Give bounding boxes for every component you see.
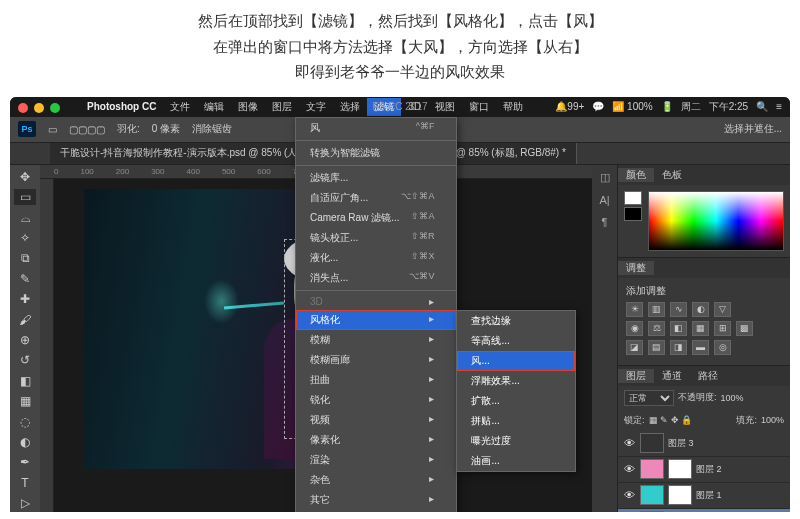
type-tool-icon[interactable]: T (14, 475, 36, 491)
menu-help[interactable]: 帮助 (496, 98, 530, 116)
eraser-tool-icon[interactable]: ◧ (14, 373, 36, 389)
color-spectrum[interactable] (648, 191, 784, 251)
wand-tool-icon[interactable]: ✧ (14, 230, 36, 246)
visibility-eye-icon[interactable]: 👁 (622, 489, 636, 501)
layer-row[interactable]: 👁 图层 3 (618, 431, 790, 457)
stylize-oil[interactable]: 油画... (457, 451, 575, 471)
search-icon[interactable]: 🔍 (756, 101, 768, 112)
layer-row[interactable]: 👁 图层 1 (618, 483, 790, 509)
filter-cat-video[interactable]: 视频▸ (296, 410, 456, 430)
brush-tool-icon[interactable]: 🖌 (14, 311, 36, 327)
adj-hue-icon[interactable]: ◉ (626, 321, 643, 336)
menu-select[interactable]: 选择 (333, 98, 367, 116)
stylize-tiles[interactable]: 拼贴... (457, 411, 575, 431)
filter-cat-stylize[interactable]: 风格化▸ 查找边缘 等高线... 风... 浮雕效果... 扩散... 拼贴..… (296, 310, 456, 330)
color-tab[interactable]: 颜色 (618, 168, 654, 182)
layer-name[interactable]: 图层 3 (668, 437, 786, 450)
crop-tool-icon[interactable]: ⧉ (14, 250, 36, 266)
history-brush-icon[interactable]: ↺ (14, 352, 36, 368)
adj-gradmap-icon[interactable]: ▬ (692, 340, 709, 355)
wechat-icon[interactable]: 💬 (592, 101, 604, 112)
filter-cat-noise[interactable]: 杂色▸ (296, 470, 456, 490)
adj-balance-icon[interactable]: ⚖ (648, 321, 665, 336)
marquee-mode-icons[interactable]: ▢▢▢▢ (69, 124, 105, 135)
filter-convert-smart[interactable]: 转换为智能滤镜 (296, 143, 456, 163)
move-tool-icon[interactable]: ✥ (14, 169, 36, 185)
eyedropper-tool-icon[interactable]: ✎ (14, 271, 36, 287)
adj-lookup-icon[interactable]: ▩ (736, 321, 753, 336)
adj-invert-icon[interactable]: ◪ (626, 340, 643, 355)
filter-gallery[interactable]: 滤镜库... (296, 168, 456, 188)
layer-mask-thumbnail[interactable] (668, 459, 692, 479)
layer-thumbnail[interactable] (640, 511, 664, 512)
background-color[interactable] (624, 207, 642, 221)
heal-tool-icon[interactable]: ✚ (14, 291, 36, 307)
adj-photo-icon[interactable]: ▦ (692, 321, 709, 336)
close-window-button[interactable] (18, 103, 28, 113)
stylize-find-edges[interactable]: 查找边缘 (457, 311, 575, 331)
visibility-eye-icon[interactable]: 👁 (622, 463, 636, 475)
filter-cat-distort[interactable]: 扭曲▸ (296, 370, 456, 390)
paragraph-panel-icon[interactable]: ¶ (602, 216, 608, 228)
filter-cat-blur-gallery[interactable]: 模糊画廊▸ (296, 350, 456, 370)
pen-tool-icon[interactable]: ✒ (14, 454, 36, 470)
visibility-eye-icon[interactable]: 👁 (622, 437, 636, 449)
feather-value[interactable]: 0 像素 (152, 122, 180, 136)
menu-edit[interactable]: 编辑 (197, 98, 231, 116)
gradient-tool-icon[interactable]: ▦ (14, 393, 36, 409)
ps-home-icon[interactable]: Ps (18, 121, 36, 137)
wifi-icon[interactable]: 📶 100% (612, 101, 652, 112)
adj-brightness-icon[interactable]: ☀ (626, 302, 643, 317)
history-panel-icon[interactable]: ◫ (600, 171, 610, 184)
menu-extra-icon[interactable]: ≡ (776, 101, 782, 112)
filter-cat-render[interactable]: 渲染▸ (296, 450, 456, 470)
stylize-diffuse[interactable]: 扩散... (457, 391, 575, 411)
menu-type[interactable]: 文字 (299, 98, 333, 116)
path-tool-icon[interactable]: ▷ (14, 495, 36, 511)
adj-curves-icon[interactable]: ∿ (670, 302, 687, 317)
notification-badge[interactable]: 🔔99+ (555, 101, 584, 112)
stamp-tool-icon[interactable]: ⊕ (14, 332, 36, 348)
menu-layer[interactable]: 图层 (265, 98, 299, 116)
select-and-mask-button[interactable]: 选择并遮住... (724, 122, 782, 136)
stylize-contour[interactable]: 等高线... (457, 331, 575, 351)
marquee-tool-icon[interactable]: ▭ (14, 189, 36, 205)
stylize-wind[interactable]: 风... (457, 351, 575, 371)
layer-row[interactable]: 👁 人物-原图 拷贝 2 (618, 509, 790, 512)
blend-mode-select[interactable]: 正常 (624, 390, 674, 406)
adj-levels-icon[interactable]: ▥ (648, 302, 665, 317)
character-panel-icon[interactable]: A| (599, 194, 609, 206)
adj-vibrance-icon[interactable]: ▽ (714, 302, 731, 317)
layer-name[interactable]: 图层 1 (696, 489, 786, 502)
app-name[interactable]: Photoshop CC (80, 99, 163, 114)
lasso-tool-icon[interactable]: ⌓ (14, 209, 36, 225)
filter-adaptive[interactable]: 自适应广角...⌥⇧⌘A (296, 188, 456, 208)
adj-bw-icon[interactable]: ◧ (670, 321, 687, 336)
stylize-solarize[interactable]: 曝光过度 (457, 431, 575, 451)
layer-thumbnail[interactable] (640, 459, 664, 479)
layers-tab[interactable]: 图层 (618, 369, 654, 383)
fill-value[interactable]: 100% (761, 415, 784, 425)
layer-thumbnail[interactable] (640, 485, 664, 505)
filter-cat-3d[interactable]: 3D▸ (296, 293, 456, 310)
filter-vanish[interactable]: 消失点...⌥⌘V (296, 268, 456, 288)
foreground-color[interactable] (624, 191, 642, 205)
adjustments-tab[interactable]: 调整 (618, 261, 654, 275)
filter-lens[interactable]: 镜头校正...⇧⌘R (296, 228, 456, 248)
battery-icon[interactable]: 🔋 (661, 101, 673, 112)
opacity-value[interactable]: 100% (721, 393, 744, 403)
lock-icons[interactable]: ▦ ✎ ✥ 🔒 (649, 415, 693, 425)
stylize-emboss[interactable]: 浮雕效果... (457, 371, 575, 391)
filter-liquify[interactable]: 液化...⇧⌘X (296, 248, 456, 268)
zoom-window-button[interactable] (50, 103, 60, 113)
minimize-window-button[interactable] (34, 103, 44, 113)
adj-exposure-icon[interactable]: ◐ (692, 302, 709, 317)
layer-mask-thumbnail[interactable] (668, 485, 692, 505)
filter-cat-other[interactable]: 其它▸ (296, 490, 456, 510)
paths-tab[interactable]: 路径 (690, 369, 726, 383)
layer-thumbnail[interactable] (640, 433, 664, 453)
filter-cat-sharpen[interactable]: 锐化▸ (296, 390, 456, 410)
layer-name[interactable]: 图层 2 (696, 463, 786, 476)
dodge-tool-icon[interactable]: ◐ (14, 434, 36, 450)
adj-selcolor-icon[interactable]: ◎ (714, 340, 731, 355)
